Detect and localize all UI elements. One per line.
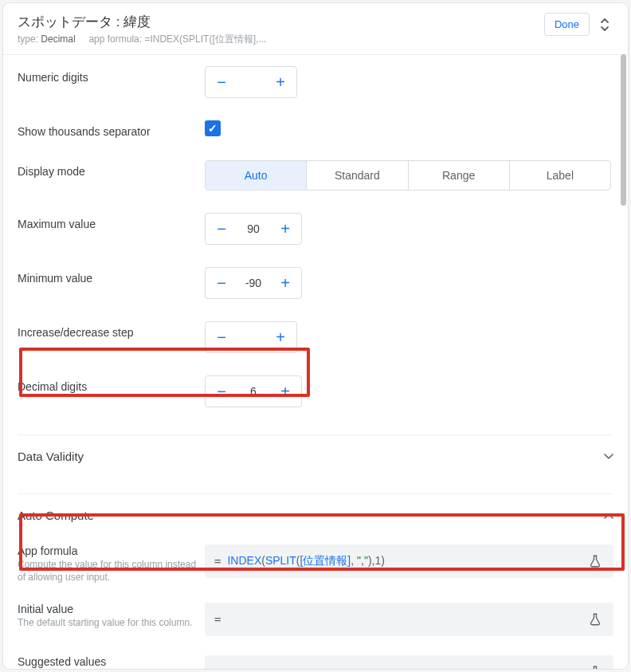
- numeric-digits-stepper[interactable]: [205, 66, 297, 98]
- display-mode-auto[interactable]: Auto: [206, 161, 307, 190]
- display-mode-segmented: Auto Standard Range Label: [205, 160, 611, 191]
- data-validity-title: Data Validity: [18, 450, 84, 463]
- scrollbar-thumb[interactable]: [621, 54, 626, 206]
- numeric-digits-label: Numeric digits: [18, 66, 205, 84]
- type-value: Decimal: [41, 33, 75, 45]
- type-label: type:: [18, 33, 38, 45]
- initial-value-label: Initial value: [18, 603, 205, 615]
- formula-label: app formula:: [88, 33, 142, 45]
- settings-panel: スポットデータ : 緯度 type: Decimal app formula: …: [3, 3, 628, 669]
- decimal-digits-stepper[interactable]: 6: [205, 375, 302, 407]
- app-formula-input[interactable]: = INDEX(SPLIT([位置情報], ","),1): [205, 544, 613, 578]
- chevron-down-icon: [604, 454, 613, 460]
- thousands-separator-checkbox[interactable]: [205, 120, 221, 136]
- flask-icon[interactable]: [588, 665, 604, 669]
- done-button[interactable]: Done: [544, 13, 590, 36]
- app-formula-label: App formula: [18, 544, 205, 557]
- initial-value-row: Initial value The default starting value…: [18, 595, 613, 647]
- increment-button[interactable]: [265, 322, 296, 352]
- max-value-stepper[interactable]: 90: [205, 213, 302, 245]
- panel-body: Numeric digits Show thousands separator …: [3, 55, 628, 669]
- initial-value-input[interactable]: =: [205, 603, 613, 636]
- decimal-digits-row: Decimal digits 6: [18, 364, 613, 419]
- suggested-values-label: Suggested values: [18, 655, 205, 668]
- display-mode-standard[interactable]: Standard: [307, 161, 408, 190]
- increment-button[interactable]: [269, 376, 301, 407]
- chevron-up-icon: [604, 513, 613, 519]
- decrement-button[interactable]: [206, 268, 237, 298]
- thousands-separator-row: Show thousands separator: [18, 109, 613, 149]
- expand-collapse-icon[interactable]: [598, 18, 612, 32]
- decimal-digits-value[interactable]: 6: [237, 385, 269, 398]
- equals-sign: =: [214, 666, 221, 669]
- decrement-button[interactable]: [206, 322, 237, 352]
- display-mode-row: Display mode Auto Standard Range Label: [18, 149, 613, 202]
- step-stepper[interactable]: [205, 321, 297, 353]
- flask-icon[interactable]: [588, 612, 604, 627]
- decrement-button[interactable]: [206, 376, 237, 407]
- suggested-values-row: Suggested values An optional expression …: [18, 647, 613, 669]
- decimal-digits-label: Decimal digits: [18, 375, 205, 393]
- auto-compute-title: Auto Compute: [18, 509, 94, 522]
- suggested-values-input[interactable]: =: [205, 655, 613, 669]
- decrement-button[interactable]: [206, 67, 237, 97]
- increment-button[interactable]: [265, 67, 296, 97]
- header-meta: type: Decimal app formula: =INDEX(SPLIT(…: [18, 33, 544, 46]
- flask-icon[interactable]: [588, 554, 604, 568]
- data-validity-section-header[interactable]: Data Validity: [18, 435, 613, 477]
- display-mode-label[interactable]: Label: [510, 161, 610, 190]
- numeric-digits-row: Numeric digits: [18, 55, 613, 109]
- display-mode-range[interactable]: Range: [409, 161, 510, 190]
- increment-button[interactable]: [269, 214, 301, 244]
- decrement-button[interactable]: [206, 214, 237, 244]
- max-value-row: Maximum value 90: [18, 202, 613, 256]
- equals-sign: =: [214, 555, 221, 568]
- auto-compute-section-header[interactable]: Auto Compute: [18, 494, 613, 536]
- app-formula-row: App formula Compute the value for this c…: [18, 536, 613, 595]
- app-formula-sub: Compute the value for this column instea…: [18, 559, 205, 584]
- header-info: スポットデータ : 緯度 type: Decimal app formula: …: [18, 13, 544, 46]
- formula-preview: =INDEX(SPLIT([位置情報],...: [144, 33, 266, 45]
- min-value-label: Minimum value: [18, 267, 205, 285]
- display-mode-label: Display mode: [18, 160, 205, 178]
- column-title: スポットデータ : 緯度: [18, 13, 544, 31]
- max-value-label: Maximum value: [18, 213, 205, 230]
- initial-value-sub: The default starting value for this colu…: [18, 617, 205, 630]
- step-row: Increase/decrease step: [18, 310, 613, 364]
- header-actions: Done: [544, 13, 612, 36]
- panel-header: スポットデータ : 緯度 type: Decimal app formula: …: [3, 3, 628, 55]
- max-value-value[interactable]: 90: [237, 222, 269, 235]
- thousands-separator-label: Show thousands separator: [18, 120, 205, 138]
- min-value-value[interactable]: -90: [237, 277, 269, 289]
- increment-button[interactable]: [269, 268, 301, 298]
- min-value-stepper[interactable]: -90: [205, 267, 302, 299]
- min-value-row: Minimum value -90: [18, 256, 613, 310]
- equals-sign: =: [214, 613, 221, 626]
- step-label: Increase/decrease step: [18, 321, 205, 339]
- app-formula-expression: INDEX(SPLIT([位置情報], ","),1): [227, 554, 588, 568]
